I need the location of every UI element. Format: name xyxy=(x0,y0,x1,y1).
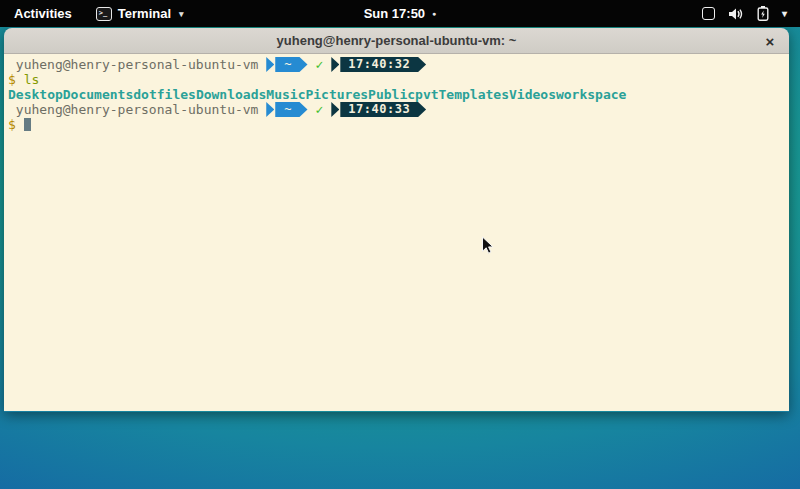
terminal-window: yuheng@henry-personal-ubuntu-vm: ~ × yuh… xyxy=(4,28,789,412)
powerline-arrow-icon xyxy=(266,57,274,72)
shell-prompt-symbol: $ xyxy=(8,72,16,87)
directory-name: Templates xyxy=(439,87,509,102)
prompt-time-segment: 17:40:32 xyxy=(340,57,426,72)
prompt-line: yuheng@henry-personal-ubuntu-vm ~ ✓ 17:4… xyxy=(8,102,785,117)
terminal-cursor xyxy=(24,118,31,131)
activities-button[interactable]: Activities xyxy=(0,0,86,27)
status-check-icon: ✓ xyxy=(316,57,324,72)
chevron-down-icon: ▾ xyxy=(179,9,184,19)
directory-name: Documents xyxy=(63,87,133,102)
window-title: yuheng@henry-personal-ubuntu-vm: ~ xyxy=(277,33,517,48)
powerline-prompt: ~ ✓ 17:40:32 xyxy=(266,57,426,72)
directory-name: Music xyxy=(266,87,305,102)
terminal-app-icon: >_ xyxy=(96,7,112,21)
top-bar: Activities >_ Terminal ▾ Sun 17:50 ● ▾ xyxy=(0,0,800,27)
clock-button[interactable]: Sun 17:50 ● xyxy=(364,0,437,27)
prompt-user-host: yuheng@henry-personal-ubuntu-vm xyxy=(8,102,258,117)
shell-prompt-symbol: $ xyxy=(8,117,16,132)
display-icon xyxy=(702,7,715,20)
command-text: ls xyxy=(24,72,40,87)
prompt-time-segment: 17:40:33 xyxy=(340,102,426,117)
prompt-line: yuheng@henry-personal-ubuntu-vm ~ ✓ 17:4… xyxy=(8,57,785,72)
prompt-cwd-segment: ~ xyxy=(275,102,307,117)
volume-icon xyxy=(728,7,744,21)
notification-dot-icon: ● xyxy=(432,10,436,17)
battery-charging-icon xyxy=(757,6,769,21)
directory-name: Public xyxy=(368,87,415,102)
ls-output: Desktop Documents dotfiles Downloads Mus… xyxy=(8,87,785,102)
chevron-down-icon: ▾ xyxy=(782,8,787,19)
app-menu-terminal[interactable]: >_ Terminal ▾ xyxy=(86,0,194,27)
system-tray-menu[interactable]: ▾ xyxy=(689,0,800,27)
close-button[interactable]: × xyxy=(760,31,780,51)
command-line: $ ls xyxy=(8,72,785,87)
prompt-cwd-segment: ~ xyxy=(275,57,307,72)
powerline-arrow-icon xyxy=(266,102,274,117)
desktop-wallpaper[interactable]: yuheng@henry-personal-ubuntu-vm: ~ × yuh… xyxy=(0,27,800,489)
directory-name: pvt xyxy=(415,87,438,102)
directory-name: Videos xyxy=(509,87,556,102)
status-check-icon: ✓ xyxy=(316,102,324,117)
command-line: $ xyxy=(8,117,785,132)
terminal-screen[interactable]: yuheng@henry-personal-ubuntu-vm ~ ✓ 17:4… xyxy=(4,54,789,411)
powerline-arrow-icon xyxy=(331,102,339,117)
activities-label: Activities xyxy=(14,6,72,21)
powerline-arrow-icon xyxy=(331,57,339,72)
directory-name: Pictures xyxy=(305,87,368,102)
app-menu-label: Terminal xyxy=(118,6,171,21)
clock-label: Sun 17:50 xyxy=(364,6,425,21)
directory-name: workspace xyxy=(556,87,626,102)
directory-name: Desktop xyxy=(8,87,63,102)
prompt-user-host: yuheng@henry-personal-ubuntu-vm xyxy=(8,57,258,72)
window-titlebar[interactable]: yuheng@henry-personal-ubuntu-vm: ~ × xyxy=(4,28,789,54)
powerline-prompt: ~ ✓ 17:40:33 xyxy=(266,102,426,117)
directory-name: Downloads xyxy=(196,87,266,102)
directory-name: dotfiles xyxy=(133,87,196,102)
